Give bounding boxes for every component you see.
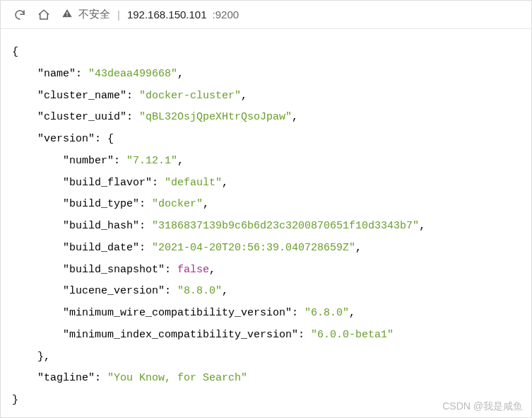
- json-string: "6.0.0-beta1": [311, 329, 394, 341]
- json-string: "43deaa499668": [88, 68, 177, 80]
- json-key: "cluster_name": [37, 90, 126, 102]
- json-string: "8.8.0": [177, 285, 222, 297]
- json-response-body: { "name": "43deaa499668", "cluster_name"…: [1, 29, 531, 418]
- url-divider: |: [117, 8, 120, 21]
- browser-url-bar: 不安全 | 192.168.150.101:9200: [1, 1, 531, 29]
- json-string: "2021-04-20T20:56:39.040728659Z": [152, 242, 355, 254]
- json-key: "build_snapshot": [63, 264, 165, 276]
- url-port: :9200: [213, 8, 240, 21]
- json-string: "6.8.0": [305, 307, 349, 319]
- insecure-label: 不安全: [78, 8, 110, 21]
- json-key: "build_flavor": [63, 177, 152, 189]
- json-string: "qBL32OsjQpeXHtrQsoJpaw": [139, 111, 292, 123]
- json-string: "7.12.1": [126, 155, 177, 167]
- json-boolean: false: [177, 264, 209, 276]
- json-string: "docker-cluster": [139, 90, 241, 102]
- reload-icon[interactable]: [13, 8, 26, 21]
- json-string: "You Know, for Search": [107, 372, 247, 384]
- svg-rect-1: [66, 15, 67, 16]
- json-key: "build_date": [63, 242, 139, 254]
- json-key: "lucene_version": [63, 285, 165, 297]
- svg-rect-0: [66, 12, 67, 14]
- json-key: "cluster_uuid": [37, 111, 126, 123]
- json-string: "3186837139b9c6b6d23c3200870651f10d3343b…: [152, 220, 419, 232]
- home-icon[interactable]: [37, 8, 50, 21]
- json-key: "minimum_wire_compatibility_version": [63, 307, 292, 319]
- json-key: "minimum_index_compatibility_version": [63, 329, 298, 341]
- json-string: "docker": [152, 198, 203, 210]
- json-key: "build_type": [63, 198, 139, 210]
- json-key: "name": [37, 68, 76, 80]
- json-key: "version": [37, 133, 95, 145]
- json-string: "default": [165, 177, 222, 189]
- address-box[interactable]: 不安全 | 192.168.150.101:9200: [61, 8, 239, 21]
- json-key: "tagline": [37, 372, 95, 384]
- json-key: "build_hash": [63, 220, 139, 232]
- json-key: "number": [63, 155, 114, 167]
- insecure-warning-icon: [61, 8, 73, 21]
- url-host: 192.168.150.101: [127, 8, 207, 21]
